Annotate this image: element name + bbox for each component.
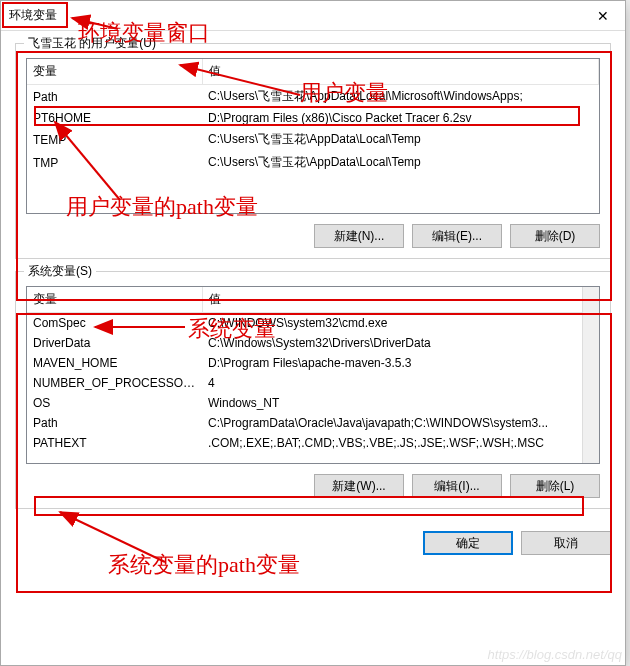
table-row[interactable]: NUMBER_OF_PROCESSORS4 — [27, 373, 599, 393]
system-variables-table: 变量 值 ComSpecC:\WINDOWS\system32\cmd.exe … — [27, 287, 599, 453]
col-value[interactable]: 值 — [202, 287, 599, 313]
system-variables-table-wrap[interactable]: 变量 值 ComSpecC:\WINDOWS\system32\cmd.exe … — [26, 286, 600, 464]
table-row[interactable]: ComSpecC:\WINDOWS\system32\cmd.exe — [27, 313, 599, 334]
user-new-button[interactable]: 新建(N)... — [314, 224, 404, 248]
col-variable[interactable]: 变量 — [27, 287, 202, 313]
table-row[interactable]: MAVEN_HOMED:\Program Files\apache-maven-… — [27, 353, 599, 373]
user-variables-legend: 飞雪玉花 的用户变量(U) — [24, 35, 160, 52]
system-delete-button[interactable]: 删除(L) — [510, 474, 600, 498]
user-variables-table: 变量 值 PathC:\Users\飞雪玉花\AppData\Local\Mic… — [27, 59, 599, 174]
system-variables-fieldset: 系统变量(S) 变量 值 ComSpecC:\WINDOWS\system32\… — [15, 271, 611, 509]
env-var-dialog: 环境变量 ✕ 飞雪玉花 的用户变量(U) 变量 值 PathC:\Users\飞… — [0, 0, 626, 666]
close-icon: ✕ — [597, 8, 609, 24]
table-row[interactable]: PathC:\ProgramData\Oracle\Java\javapath;… — [27, 413, 599, 433]
system-new-button[interactable]: 新建(W)... — [314, 474, 404, 498]
scrollbar[interactable] — [582, 287, 599, 463]
dialog-footer: 确定 取消 — [1, 531, 625, 567]
table-row[interactable]: DriverDataC:\Windows\System32\Drivers\Dr… — [27, 333, 599, 353]
table-row[interactable]: PathC:\Users\飞雪玉花\AppData\Local\Microsof… — [27, 85, 599, 109]
table-row[interactable]: TMPC:\Users\飞雪玉花\AppData\Local\Temp — [27, 151, 599, 174]
close-button[interactable]: ✕ — [580, 1, 625, 31]
system-edit-button[interactable]: 编辑(I)... — [412, 474, 502, 498]
table-row[interactable]: PATHEXT.COM;.EXE;.BAT;.CMD;.VBS;.VBE;.JS… — [27, 433, 599, 453]
col-value[interactable]: 值 — [202, 59, 599, 85]
titlebar: 环境变量 ✕ — [1, 1, 625, 31]
table-row[interactable]: TEMPC:\Users\飞雪玉花\AppData\Local\Temp — [27, 128, 599, 151]
user-variables-table-wrap[interactable]: 变量 值 PathC:\Users\飞雪玉花\AppData\Local\Mic… — [26, 58, 600, 214]
window-title: 环境变量 — [9, 7, 57, 24]
system-variables-legend: 系统变量(S) — [24, 263, 96, 280]
user-delete-button[interactable]: 删除(D) — [510, 224, 600, 248]
table-row[interactable]: OSWindows_NT — [27, 393, 599, 413]
user-button-row: 新建(N)... 编辑(E)... 删除(D) — [26, 224, 600, 248]
table-row[interactable]: PT6HOMED:\Program Files (x86)\Cisco Pack… — [27, 108, 599, 128]
dialog-content: 飞雪玉花 的用户变量(U) 变量 值 PathC:\Users\飞雪玉花\App… — [1, 31, 625, 531]
system-button-row: 新建(W)... 编辑(I)... 删除(L) — [26, 474, 600, 498]
user-edit-button[interactable]: 编辑(E)... — [412, 224, 502, 248]
cancel-button[interactable]: 取消 — [521, 531, 611, 555]
user-variables-fieldset: 飞雪玉花 的用户变量(U) 变量 值 PathC:\Users\飞雪玉花\App… — [15, 43, 611, 259]
ok-button[interactable]: 确定 — [423, 531, 513, 555]
col-variable[interactable]: 变量 — [27, 59, 202, 85]
